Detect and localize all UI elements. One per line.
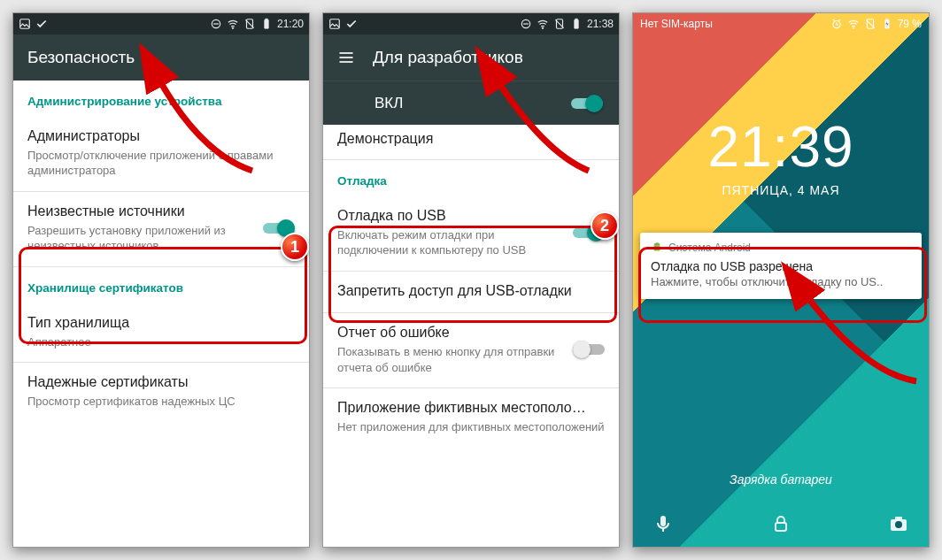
settings-list[interactable]: Администрирование устройства Администрат… [13, 81, 309, 547]
svg-point-31 [895, 521, 902, 528]
item-title: Приложение фиктивных местополо… [337, 399, 605, 418]
android-icon [651, 242, 663, 254]
svg-rect-25 [654, 246, 660, 251]
toolbar: Для разработчиков [323, 35, 619, 81]
lock-clock: 21:39 [633, 114, 929, 180]
item-title: Надежные сертификаты [27, 373, 295, 392]
svg-point-11 [542, 27, 544, 29]
item-subtitle: Нет приложения для фиктивных местоположе… [337, 419, 605, 435]
item-demo-mode[interactable]: Демонстрация [323, 125, 619, 159]
voice-icon[interactable] [652, 513, 674, 534]
item-title: Неизвестные источники [27, 203, 254, 221]
page-title: Для разработчиков [373, 48, 523, 67]
svg-point-20 [853, 27, 854, 29]
no-sim-icon [553, 18, 566, 30]
item-subtitle: Разрешить установку приложений из неизве… [27, 223, 254, 254]
page-title: Безопасность [27, 48, 135, 67]
phone-security: 21:20 Безопасность Администрирование уст… [12, 12, 310, 548]
notification-text: Нажмите, чтобы отключить отладку по US.. [651, 275, 911, 288]
notification-app-name: Система Android [668, 242, 751, 254]
item-storage-type[interactable]: Тип хранилища Аппаратное [13, 303, 309, 362]
settings-list[interactable]: Демонстрация Отладка Отладка по USB Вклю… [323, 125, 619, 547]
svg-rect-8 [330, 19, 340, 29]
svg-rect-29 [776, 523, 786, 531]
item-subtitle: Просмотр/отключение приложений с правами… [27, 148, 295, 179]
section-device-admin: Администрирование устройства [13, 81, 309, 117]
lock-screen[interactable]: Нет SIM-карты 79 % 21:39 ПЯТНИЦА, 4 МАЯ … [633, 13, 929, 547]
hamburger-icon[interactable] [337, 49, 355, 66]
item-subtitle: Аппаратное [27, 334, 295, 350]
battery-icon [260, 18, 273, 30]
check-icon [35, 18, 48, 30]
item-mock-location[interactable]: Приложение фиктивных местополо… Нет прил… [323, 388, 619, 447]
toolbar: Безопасность [13, 35, 309, 81]
master-switch-label: ВКЛ [339, 95, 403, 112]
notification-title: Отладка по USB разрешена [651, 259, 911, 273]
item-subtitle: Показывать в меню кнопку для отправки от… [337, 344, 564, 375]
no-sim-text: Нет SIM-карты [640, 18, 713, 30]
lock-date: ПЯТНИЦА, 4 МАЯ [633, 183, 929, 197]
phone-lockscreen: Нет SIM-карты 79 % 21:39 ПЯТНИЦА, 4 МАЯ … [632, 12, 930, 548]
wifi-icon [847, 18, 860, 30]
item-subtitle: Включать режим отладки при подключении к… [337, 227, 564, 258]
svg-rect-14 [575, 19, 579, 28]
status-time: 21:20 [277, 18, 304, 30]
wifi-icon [227, 18, 239, 30]
battery-percent: 79 % [898, 18, 922, 30]
wifi-icon [537, 18, 549, 30]
camera-icon[interactable] [888, 513, 909, 534]
item-title: Тип хранилища [27, 314, 295, 333]
item-revoke-usb-auth[interactable]: Запретить доступ для USB-отладки [323, 272, 619, 313]
toggle-dev-options[interactable] [571, 95, 603, 112]
lock-icon[interactable] [770, 513, 791, 534]
svg-rect-24 [885, 19, 887, 19]
image-icon [328, 18, 341, 30]
status-bar: 21:38 [323, 13, 619, 35]
no-sim-icon [864, 18, 876, 30]
image-icon [19, 18, 31, 30]
battery-charging-icon [881, 18, 893, 30]
item-trusted-certs[interactable]: Надежные сертификаты Просмотр сертификат… [13, 363, 309, 421]
svg-rect-32 [895, 517, 902, 520]
item-usb-debugging[interactable]: Отладка по USB Включать режим отладки пр… [323, 196, 619, 271]
item-bug-report[interactable]: Отчет об ошибке Показывать в меню кнопку… [323, 313, 619, 387]
battery-icon [570, 18, 583, 30]
section-debugging: Отладка [323, 160, 619, 196]
check-icon [345, 18, 358, 30]
toggle-unknown-sources[interactable] [263, 219, 295, 237]
item-title: Отладка по USB [337, 207, 564, 226]
svg-point-3 [232, 27, 234, 29]
item-administrators[interactable]: Администраторы Просмотр/отключение прило… [13, 117, 309, 191]
svg-rect-15 [575, 19, 577, 19]
svg-rect-7 [266, 19, 267, 19]
item-unknown-sources[interactable]: Неизвестные источники Разрешить установк… [13, 192, 309, 266]
no-sim-icon [243, 18, 256, 30]
alarm-icon [830, 18, 843, 30]
item-title: Администраторы [27, 127, 295, 146]
item-subtitle: Просмотр сертификатов надежных ЦС [27, 394, 295, 410]
status-time: 21:38 [587, 18, 614, 30]
dnd-icon [520, 18, 532, 30]
svg-rect-0 [20, 19, 30, 29]
phone-developer-options: 21:38 Для разработчиков ВКЛ Демонстрация… [322, 12, 620, 548]
svg-rect-28 [660, 516, 666, 526]
lock-bottom-row [633, 513, 929, 534]
charging-text: Зарядка батареи [633, 472, 929, 487]
status-bar: Нет SIM-карты 79 % [633, 13, 929, 35]
section-cert-storage: Хранилище сертификатов [13, 267, 309, 303]
svg-rect-6 [265, 19, 269, 28]
toggle-usb-debugging[interactable] [573, 224, 605, 242]
status-bar: 21:20 [13, 13, 309, 35]
item-title: Запретить доступ для USB-отладки [337, 282, 605, 301]
toggle-bug-report[interactable] [573, 341, 605, 358]
item-title: Демонстрация [337, 130, 605, 149]
dnd-icon [210, 18, 222, 30]
item-title: Отчет об ошибке [337, 324, 564, 342]
notification-card[interactable]: Система Android Отладка по USB разрешена… [640, 233, 922, 299]
dev-options-master-switch: ВКЛ [323, 81, 619, 125]
